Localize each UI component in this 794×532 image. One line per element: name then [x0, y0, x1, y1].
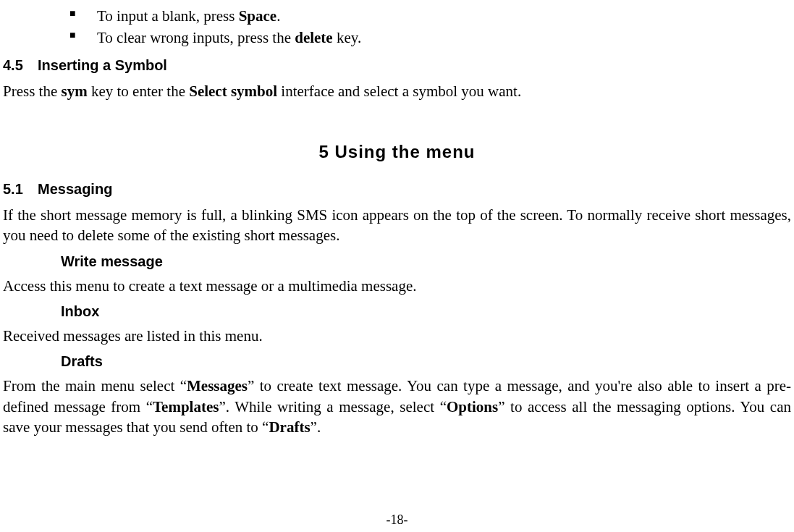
text-bold: Select symbol — [189, 83, 277, 100]
section-title: Messaging — [38, 181, 112, 197]
paragraph-inbox: Received messages are listed in this men… — [3, 326, 791, 346]
sub-heading-write: Write message — [61, 253, 791, 270]
text-bold: Space — [239, 7, 277, 25]
section-title: Inserting a Symbol — [38, 57, 167, 73]
section-heading-5-1: 5.1Messaging — [3, 181, 791, 198]
paragraph-drafts: From the main menu select “Messages” to … — [3, 376, 791, 437]
text-bold: Drafts — [269, 418, 310, 436]
paragraph-4-5: Press the sym key to enter the Select sy… — [3, 81, 791, 101]
text-segment: ”. While writing a message, select “ — [219, 398, 447, 415]
section-number: 4.5 — [3, 57, 38, 74]
section-heading-4-5: 4.5Inserting a Symbol — [3, 57, 791, 74]
text-segment: ”. — [311, 418, 321, 436]
bullet-item-clear: To clear wrong inputs, press the delete … — [69, 28, 791, 48]
text-segment: key to enter the — [88, 83, 190, 100]
text-segment: To clear wrong inputs, press the — [97, 29, 295, 46]
text-bold: sym — [62, 83, 88, 100]
text-segment: From the main menu select “ — [3, 377, 187, 394]
page-number: -18- — [0, 512, 794, 528]
text-bold: Options — [447, 398, 498, 415]
text-segment: key. — [333, 29, 361, 46]
sub-heading-inbox: Inbox — [61, 303, 791, 320]
bullet-item-blank: To input a blank, press Space. — [69, 6, 791, 26]
text-bold: delete — [295, 29, 332, 46]
chapter-title-5: 5 Using the menu — [3, 142, 791, 162]
text-segment: interface and select a symbol you want. — [277, 83, 521, 100]
section-number: 5.1 — [3, 181, 38, 198]
sub-heading-drafts: Drafts — [61, 353, 791, 370]
paragraph-5-1-intro: If the short message memory is full, a b… — [3, 205, 791, 246]
text-segment: Press the — [3, 83, 62, 100]
text-bold: Messages — [187, 377, 248, 394]
bullet-list: To input a blank, press Space. To clear … — [69, 6, 791, 48]
paragraph-write: Access this menu to create a text messag… — [3, 276, 791, 296]
text-segment: To input a blank, press — [97, 7, 239, 25]
text-segment: . — [276, 7, 280, 25]
page-content: To input a blank, press Space. To clear … — [0, 6, 794, 437]
text-bold: Templates — [153, 398, 219, 415]
